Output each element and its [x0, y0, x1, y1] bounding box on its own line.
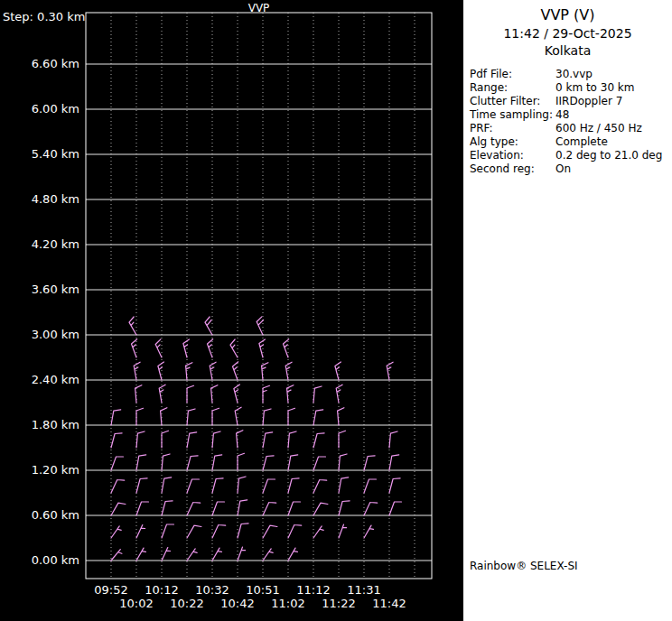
param-label: Alg type: [470, 135, 555, 149]
y-axis-label: 1.20 km [0, 463, 79, 477]
x-axis-label: 10:12 [142, 583, 182, 597]
y-axis-label: 2.40 km [0, 373, 79, 386]
param-value: 48 [555, 108, 672, 122]
param-label: PRF: [470, 122, 555, 135]
x-axis-label: 10:42 [218, 597, 257, 610]
brand-footer: Rainbow® SELEX-SI [470, 560, 578, 572]
y-axis-label: 4.80 km [0, 192, 79, 206]
y-axis-label: 3.00 km [0, 328, 79, 341]
param-value: Complete [555, 135, 672, 149]
x-axis-label: 11:42 [369, 597, 409, 610]
param-row-second-reg: Second reg: On [470, 162, 672, 176]
param-label: Elevation: [470, 149, 555, 162]
wind-barbs [111, 317, 402, 561]
param-row-pdf-file: Pdf File: 30.vvp [470, 68, 672, 81]
vvp-screen: VVP Step: 0.30 km 6.60 km6.00 km5.40 km4… [0, 0, 672, 621]
param-label: Time sampling: [470, 108, 555, 122]
param-label: Pdf File: [470, 68, 555, 81]
product-datetime: 11:42 / 29-Oct-2025 [463, 26, 672, 41]
site-name: Kolkata [463, 43, 672, 58]
info-panel: VVP (V) 11:42 / 29-Oct-2025 Kolkata Pdf … [463, 0, 672, 621]
x-axis-label: 10:32 [192, 583, 232, 597]
param-row-elevation: Elevation: 0.2 deg to 21.0 deg [470, 149, 672, 162]
y-axis-label: 6.00 km [0, 102, 79, 116]
x-axis-label: 11:12 [294, 583, 333, 597]
param-label: Second reg: [470, 162, 555, 176]
param-value: IIRDoppler 7 [555, 95, 672, 108]
x-axis-label: 10:02 [117, 597, 156, 610]
x-axis-label: 11:31 [344, 583, 384, 597]
product-parameters: Pdf File: 30.vvp Range: 0 km to 30 km Cl… [470, 68, 672, 176]
param-row-clutter-filter: Clutter Filter: IIRDoppler 7 [470, 95, 672, 108]
param-row-range: Range: 0 km to 30 km [470, 81, 672, 95]
y-axis-label: 0.00 km [0, 553, 79, 567]
param-value: 600 Hz / 450 Hz [555, 122, 672, 135]
product-title: VVP (V) [463, 6, 672, 23]
y-axis-label: 5.40 km [0, 147, 79, 161]
y-axis-label: 3.60 km [0, 283, 79, 296]
y-axis-label: 0.60 km [0, 508, 79, 522]
param-row-time-sampling: Time sampling: 48 [470, 108, 672, 122]
param-value: 30.vvp [555, 68, 672, 81]
x-axis-label: 09:52 [91, 583, 131, 597]
wind-profile-plot [0, 0, 463, 621]
x-axis-label: 11:22 [319, 597, 359, 610]
param-row-alg-type: Alg type: Complete [470, 135, 672, 149]
y-axis-label: 1.80 km [0, 418, 79, 431]
param-row-prf: PRF: 600 Hz / 450 Hz [470, 122, 672, 135]
param-value: 0 km to 30 km [555, 81, 672, 95]
param-value: On [555, 162, 672, 176]
y-axis-label: 4.20 km [0, 237, 79, 251]
y-axis-label: 6.60 km [0, 57, 79, 70]
param-value: 0.2 deg to 21.0 deg [555, 149, 672, 162]
x-axis-label: 11:02 [268, 597, 308, 610]
param-label: Clutter Filter: [470, 95, 555, 108]
x-axis-label: 10:51 [243, 583, 283, 597]
x-axis-label: 10:22 [167, 597, 207, 610]
param-label: Range: [470, 81, 555, 95]
